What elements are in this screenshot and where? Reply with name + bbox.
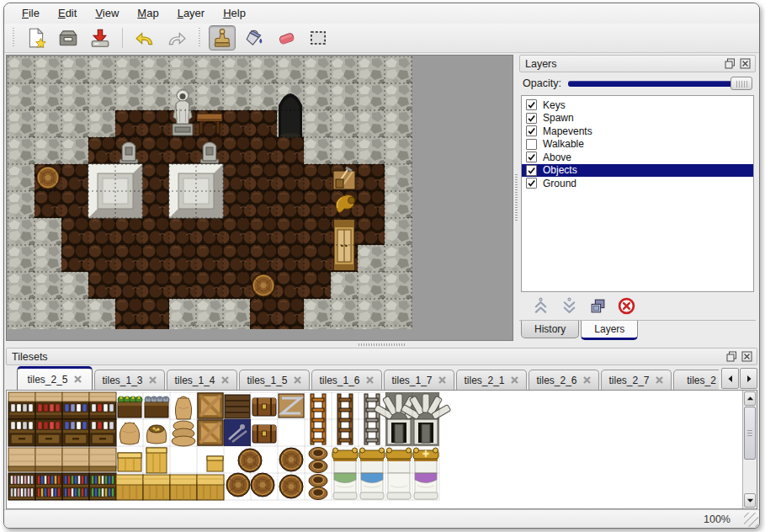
scroll-down-button[interactable] bbox=[744, 493, 756, 508]
tileset-scrollbar[interactable] bbox=[742, 391, 757, 508]
close-tab-icon[interactable] bbox=[148, 375, 157, 385]
scrollbar-track[interactable] bbox=[744, 407, 756, 492]
save-map-button[interactable] bbox=[87, 25, 114, 51]
tileset-tab-label: tiles_1_3 bbox=[102, 375, 142, 386]
delete-layer-button[interactable] bbox=[617, 297, 635, 316]
tilesets-float-button[interactable] bbox=[725, 350, 738, 363]
layer-row-objects[interactable]: Objects bbox=[522, 164, 753, 178]
scroll-up-button[interactable] bbox=[744, 391, 756, 406]
save-icon bbox=[89, 27, 111, 49]
tab-history[interactable]: History bbox=[521, 321, 579, 338]
close-tab-icon[interactable] bbox=[293, 375, 302, 385]
toolbar-gripper-2[interactable] bbox=[198, 28, 201, 48]
layer-list[interactable]: KeysSpawnMapeventsWalkableAboveObjectsGr… bbox=[521, 95, 754, 292]
open-map-button[interactable] bbox=[55, 25, 82, 51]
close-icon bbox=[740, 58, 751, 69]
close-tab-icon[interactable] bbox=[582, 375, 592, 385]
close-tab-icon[interactable] bbox=[510, 375, 519, 385]
fill-tool-button[interactable] bbox=[241, 25, 268, 51]
map-canvas[interactable] bbox=[8, 56, 412, 329]
layer-visibility-checkbox[interactable] bbox=[526, 178, 537, 189]
tileset-tab-label: tiles_2_7 bbox=[608, 375, 649, 386]
menu-layer[interactable]: Layer bbox=[168, 5, 215, 22]
tileset-tab-tiles_1_7[interactable]: tiles_1_7 bbox=[384, 370, 454, 390]
slider-handle-grip bbox=[736, 81, 747, 88]
layer-visibility-checkbox[interactable] bbox=[526, 99, 537, 110]
check-icon bbox=[527, 114, 536, 123]
scroll-tabs-left-button[interactable] bbox=[721, 368, 739, 389]
tileset-tab-label: tiles_2_1 bbox=[464, 375, 504, 386]
layer-visibility-checkbox[interactable] bbox=[526, 165, 537, 176]
stamp-tool-button[interactable] bbox=[209, 25, 236, 51]
layer-row-keys[interactable]: Keys bbox=[522, 98, 753, 112]
tileset-tabbar-clip: tiles_2_5tiles_1_3tiles_1_4tiles_1_5tile… bbox=[17, 366, 719, 390]
tilesets-dock-titlebar: Tilesets bbox=[6, 348, 757, 365]
arrow-up-icon bbox=[746, 395, 754, 402]
stamp-tool-icon bbox=[211, 27, 233, 49]
tileset-tab-tiles_2_6[interactable]: tiles_2_6 bbox=[529, 370, 599, 390]
layer-visibility-checkbox[interactable] bbox=[526, 152, 537, 162]
tilesets-close-button[interactable] bbox=[741, 350, 753, 363]
eraser-tool-button[interactable] bbox=[273, 25, 300, 51]
tileset-tab-tiles_1_3[interactable]: tiles_1_3 bbox=[94, 370, 165, 390]
tileset-tab-tiles_2_7[interactable]: tiles_2_7 bbox=[601, 370, 672, 390]
close-tab-icon[interactable] bbox=[220, 375, 230, 385]
menu-edit[interactable]: Edit bbox=[49, 5, 86, 22]
menu-help[interactable]: Help bbox=[214, 5, 255, 22]
close-tab-icon[interactable] bbox=[655, 375, 664, 385]
close-tab-icon[interactable] bbox=[73, 375, 82, 384]
slider-groove bbox=[568, 81, 751, 87]
undo-button[interactable] bbox=[131, 25, 158, 51]
layer-visibility-checkbox[interactable] bbox=[526, 139, 537, 150]
map-view bbox=[6, 55, 513, 341]
layer-row-mapevents[interactable]: Mapevents bbox=[522, 125, 753, 138]
tileset-tab-tiles_2_1[interactable]: tiles_2_1 bbox=[456, 370, 527, 390]
close-tab-icon[interactable] bbox=[365, 375, 375, 385]
slider-handle[interactable] bbox=[730, 77, 752, 90]
status-bar: 100% bbox=[4, 509, 759, 528]
duplicate-layer-button[interactable] bbox=[588, 297, 607, 316]
delete-cross-icon bbox=[618, 297, 635, 315]
raise-layer-button[interactable] bbox=[531, 297, 550, 316]
layer-visibility-checkbox[interactable] bbox=[526, 125, 537, 136]
redo-arrow-icon bbox=[166, 27, 188, 49]
layer-row-above[interactable]: Above bbox=[522, 151, 753, 164]
layer-name-label: Keys bbox=[543, 99, 566, 111]
scroll-tabs-right-button[interactable] bbox=[740, 368, 757, 389]
tileset-tab-label: tiles_2 bbox=[687, 375, 716, 386]
layer-row-walkable[interactable]: Walkable bbox=[522, 138, 753, 152]
layer-row-spawn[interactable]: Spawn bbox=[522, 112, 753, 125]
lower-layer-button[interactable] bbox=[560, 297, 578, 316]
scrollbar-thumb[interactable] bbox=[744, 407, 756, 460]
tileset-tab-tiles_2[interactable]: tiles_2 bbox=[673, 370, 719, 390]
rect-select-icon bbox=[307, 27, 329, 49]
tileset-tab-tiles_1_4[interactable]: tiles_1_4 bbox=[167, 370, 237, 390]
resize-grip[interactable] bbox=[744, 513, 758, 527]
select-tool-button[interactable] bbox=[305, 25, 332, 51]
layers-float-button[interactable] bbox=[724, 57, 736, 70]
opacity-slider[interactable] bbox=[568, 77, 752, 90]
close-tab-icon[interactable] bbox=[438, 375, 447, 385]
layer-visibility-checkbox[interactable] bbox=[526, 113, 537, 124]
tileset-tab-tiles_1_6[interactable]: tiles_1_6 bbox=[311, 370, 382, 390]
menu-map[interactable]: Map bbox=[128, 5, 167, 22]
tileset-tab-label: tiles_1_7 bbox=[391, 375, 432, 386]
tileset-tab-label: tiles_1_6 bbox=[319, 375, 359, 386]
horizontal-splitter[interactable] bbox=[4, 341, 759, 348]
redo-button[interactable] bbox=[163, 25, 190, 51]
tileset-tab-tiles_1_5[interactable]: tiles_1_5 bbox=[239, 370, 310, 390]
zoom-level: 100% bbox=[704, 513, 730, 525]
toolbar-gripper[interactable] bbox=[12, 28, 15, 48]
menu-file[interactable]: File bbox=[13, 5, 49, 22]
menu-view[interactable]: View bbox=[86, 5, 128, 22]
tileset-canvas[interactable] bbox=[7, 391, 730, 502]
chevrons-up-icon bbox=[532, 297, 550, 315]
layer-row-ground[interactable]: Ground bbox=[522, 177, 753, 190]
tab-layers[interactable]: Layers bbox=[581, 321, 638, 340]
tileset-tab-tiles_2_5[interactable]: tiles_2_5 bbox=[17, 366, 93, 390]
new-map-button[interactable] bbox=[23, 25, 50, 51]
vertical-splitter[interactable] bbox=[513, 55, 519, 341]
tileset-canvas-wrap bbox=[7, 391, 742, 508]
layers-close-button[interactable] bbox=[739, 57, 752, 70]
check-icon bbox=[527, 100, 536, 109]
